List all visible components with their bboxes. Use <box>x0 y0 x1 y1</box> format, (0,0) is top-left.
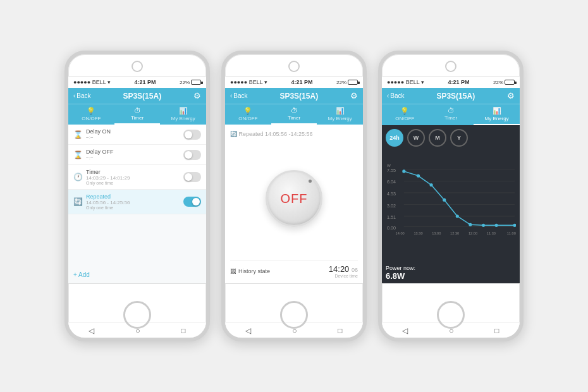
phone-2: ●●●●● BELL ▾ 4:21 PM 22% ‹ Back SP3S(15A… <box>221 51 367 341</box>
repeated-icon: 🔄 <box>73 197 83 206</box>
repeated-label: Repeated <box>86 193 130 200</box>
period-month[interactable]: M <box>429 129 446 147</box>
period-year[interactable]: Y <box>450 129 468 147</box>
device-time-val: 14:20 <box>329 264 350 274</box>
tab-timer-3[interactable]: ⏱ Timer <box>428 104 474 125</box>
off-dot <box>309 180 312 183</box>
app-header-2: ‹ Back SP3S(15A) ⚙ <box>225 88 363 104</box>
device-time-unit: 06 <box>352 267 358 273</box>
time-1: 4:21 PM <box>134 79 156 85</box>
repeated-toggle[interactable] <box>183 197 201 207</box>
status-bar-1: ●●●●● BELL ▾ 4:21 PM 22% <box>68 77 206 88</box>
repeated-info: 🔄 Repeated 14:05:56 -14:25:56 <box>230 131 313 137</box>
period-buttons: 24h W M Y <box>386 129 516 147</box>
nav-home-1[interactable]: ○ <box>135 326 140 335</box>
delay-on-toggle[interactable] <box>183 130 201 140</box>
device-time-label: Device time <box>329 274 358 278</box>
svg-text:13:30: 13:30 <box>413 231 422 235</box>
gear-icon-3[interactable]: ⚙ <box>507 91 515 101</box>
tab-energy-1[interactable]: 📊 My Energy <box>160 104 206 125</box>
nav-bar-1: ◁ ○ □ <box>68 322 206 338</box>
battery-icon-1 <box>191 80 201 85</box>
carrier-1: ●●●●● BELL ▾ <box>73 79 111 85</box>
nav-square-3[interactable]: □ <box>494 326 499 335</box>
delay-off-time: −:− <box>86 155 114 161</box>
row-timer: 🕐 Timer 14:03:29 - 14:01:29 Only one tim… <box>68 165 206 190</box>
svg-point-16 <box>443 199 446 202</box>
svg-text:4.53: 4.53 <box>387 191 396 197</box>
svg-text:1.51: 1.51 <box>387 214 396 220</box>
history-state[interactable]: 🖼 History state <box>230 268 270 274</box>
energy-chart: 7.55 6.04 4.53 3.02 1.51 0.00 W <box>386 150 516 262</box>
svg-text:W: W <box>387 163 391 168</box>
tab-onoff-1[interactable]: 💡 ON/OFF <box>68 104 114 125</box>
svg-point-13 <box>402 169 405 173</box>
tab-onoff-3[interactable]: 💡 ON/OFF <box>382 104 428 125</box>
nav-home-2[interactable]: ○ <box>292 326 297 335</box>
svg-text:11:00: 11:00 <box>507 231 516 235</box>
back-btn-1[interactable]: ‹ Back <box>73 92 91 99</box>
bottom-bar: 🖼 History state 14:20 06 Device time <box>230 260 358 278</box>
onoff-icon-1: 💡 <box>87 107 95 115</box>
phones-container: ●●●●● BELL ▾ 4:21 PM 22% ‹ Back SP3S(15A… <box>64 51 524 341</box>
delay-on-time: −:− <box>86 135 111 140</box>
tab-energy-3[interactable]: 📊 My Energy <box>474 104 520 125</box>
nav-square-2[interactable]: □ <box>338 326 342 335</box>
power-now-label: Power now: <box>386 265 516 271</box>
delay-off-toggle[interactable] <box>183 150 201 160</box>
header-title-3: SP3S(15A) <box>436 92 475 101</box>
delay-off-icon: ⌛ <box>73 150 83 159</box>
timer-icon-tab-1: ⏱ <box>134 107 141 114</box>
chart-area: 7.55 6.04 4.53 3.02 1.51 0.00 W <box>386 150 516 262</box>
repeated-sub: Only one time <box>86 205 130 210</box>
nav-back-3[interactable]: ◁ <box>402 326 408 335</box>
energy-icon-1: 📊 <box>179 107 188 115</box>
row-delay-off: ⌛ Delay OFF −:− <box>68 145 206 165</box>
svg-text:12:30: 12:30 <box>450 231 459 235</box>
tabs-1: 💡 ON/OFF ⏱ Timer 📊 My Energy <box>68 104 206 125</box>
svg-point-18 <box>469 223 472 226</box>
history-icon: 🖼 <box>230 268 236 274</box>
svg-point-14 <box>417 175 420 178</box>
delay-on-icon: ⌛ <box>73 130 83 139</box>
energy-content: 24h W M Y 7.55 6.04 4.53 3.02 1.51 0.00 <box>382 125 520 283</box>
nav-back-2[interactable]: ◁ <box>245 326 251 335</box>
app-header-3: ‹ Back SP3S(15A) ⚙ <box>382 88 520 104</box>
back-btn-2[interactable]: ‹ Back <box>230 92 248 99</box>
tabs-2: 💡 ON/OFF ⏱ Timer 📊 My Energy <box>225 104 363 125</box>
svg-text:3.02: 3.02 <box>387 203 396 209</box>
tabs-3: 💡 ON/OFF ⏱ Timer 📊 My Energy <box>382 104 520 125</box>
tab-energy-2[interactable]: 📊 My Energy <box>317 104 363 125</box>
gear-icon-1[interactable]: ⚙ <box>193 91 201 101</box>
phone-3-inner: ●●●●● BELL ▾ 4:21 PM 22% ‹ Back SP3S(15A… <box>382 76 520 284</box>
tab-timer-1[interactable]: ⏱ Timer <box>114 104 161 125</box>
repeated-time: 14:05:56 - 14:25:56 <box>86 200 130 205</box>
tab-timer-2[interactable]: ⏱ Timer <box>271 104 317 125</box>
svg-text:13:00: 13:00 <box>432 231 441 235</box>
power-now: Power now: 6.8W <box>386 265 516 281</box>
delay-off-label: Delay OFF <box>86 149 114 155</box>
off-text: OFF <box>281 192 308 206</box>
svg-text:12:00: 12:00 <box>469 231 477 235</box>
svg-point-19 <box>482 224 485 227</box>
timer-row-icon: 🕐 <box>73 173 83 181</box>
add-button[interactable]: + Add <box>68 266 206 283</box>
timer-toggle[interactable] <box>183 172 201 182</box>
back-btn-3[interactable]: ‹ Back <box>387 92 405 99</box>
nav-back-1[interactable]: ◁ <box>89 326 94 335</box>
row-delay-on: ⌛ Delay ON −:− <box>68 125 206 145</box>
gear-icon-2[interactable]: ⚙ <box>350 91 358 101</box>
nav-home-3[interactable]: ○ <box>449 326 453 335</box>
nav-square-1[interactable]: □ <box>181 326 185 335</box>
delay-on-label: Delay ON <box>86 128 111 135</box>
period-week[interactable]: W <box>407 129 425 147</box>
app-header-1: ‹ Back SP3S(15A) ⚙ <box>68 88 206 104</box>
svg-text:14:00: 14:00 <box>396 231 405 235</box>
power-now-val: 6.8W <box>386 271 516 281</box>
device-time: 14:20 06 Device time <box>329 264 358 278</box>
svg-text:0.00: 0.00 <box>387 225 396 231</box>
battery-1: 22% <box>180 80 201 85</box>
period-24h[interactable]: 24h <box>386 129 403 147</box>
off-button[interactable]: OFF <box>266 170 322 227</box>
tab-onoff-2[interactable]: 💡 ON/OFF <box>225 104 271 125</box>
